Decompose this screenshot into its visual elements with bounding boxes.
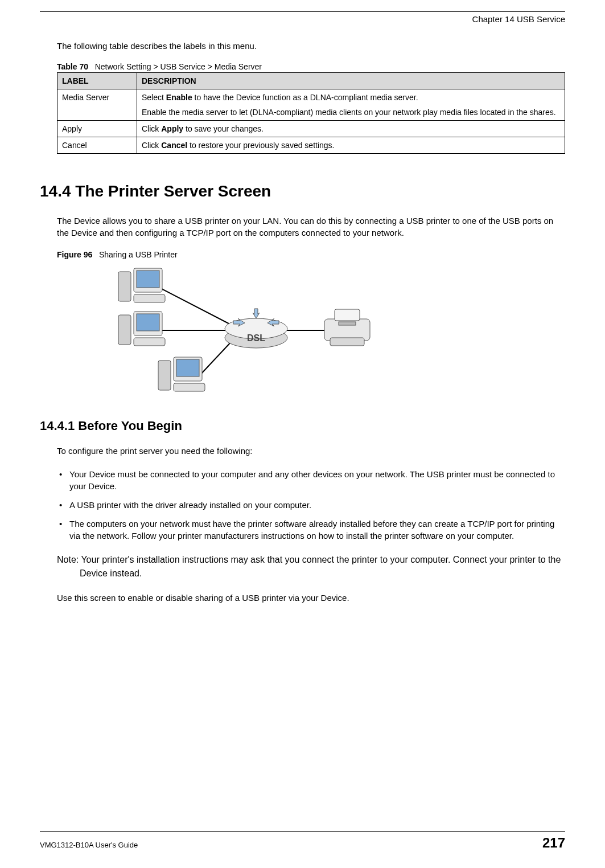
- table-caption-label: Table 70: [57, 62, 88, 71]
- th-label: LABEL: [57, 73, 137, 89]
- computer-icon: [118, 268, 165, 302]
- svg-rect-20: [330, 338, 364, 346]
- cell-label: Media Server: [57, 89, 137, 121]
- subsection-intro: To configure the print server you need t…: [57, 445, 565, 457]
- section-paragraph: The Device allows you to share a USB pri…: [57, 215, 565, 239]
- desc-bold: Enable: [166, 93, 192, 102]
- svg-rect-14: [158, 361, 171, 390]
- figure-caption-text: Sharing a USB Printer: [99, 250, 178, 259]
- desc-text: Select: [142, 93, 166, 102]
- svg-rect-13: [176, 359, 199, 376]
- note-paragraph: Note: Your printer's installation instru…: [57, 553, 565, 580]
- th-description: DESCRIPTION: [137, 73, 565, 89]
- svg-rect-21: [339, 322, 356, 325]
- svg-rect-19: [335, 309, 360, 321]
- list-item: The computers on your network must have …: [57, 518, 565, 542]
- footer-page-number: 217: [542, 835, 565, 851]
- table-row: Cancel Click Cancel to restore your prev…: [57, 137, 565, 154]
- svg-rect-11: [134, 338, 165, 346]
- desc-text: Click: [142, 124, 161, 133]
- footer-guide-name: VMG1312-B10A User's Guide: [40, 841, 138, 849]
- desc-text: Enable the media server to let (DLNA-com…: [142, 108, 560, 117]
- svg-rect-9: [137, 314, 159, 331]
- table-caption-text: Network Setting > USB Service > Media Se…: [95, 62, 262, 71]
- desc-text: to restore your previously saved setting…: [187, 141, 334, 150]
- svg-rect-5: [137, 271, 159, 288]
- closing-paragraph: Use this screen to enable or disable sha…: [57, 592, 565, 604]
- desc-text: to have the Device function as a DLNA-co…: [192, 93, 418, 102]
- computer-icon: [118, 312, 165, 346]
- section-heading: 14.4 The Printer Server Screen: [40, 182, 565, 200]
- cell-description: Select Enable to have the Device functio…: [137, 89, 565, 121]
- cell-label: Cancel: [57, 137, 137, 154]
- figure-caption: Figure 96 Sharing a USB Printer: [57, 250, 565, 259]
- printer-icon: [324, 309, 370, 346]
- page-footer: VMG1312-B10A User's Guide 217: [40, 831, 565, 851]
- desc-text: Click: [142, 141, 161, 150]
- chapter-header: Chapter 14 USB Service: [40, 14, 565, 24]
- list-item: Your Device must be connected to your co…: [57, 468, 565, 492]
- usb-printer-diagram-icon: DSL: [85, 265, 381, 396]
- desc-bold: Cancel: [161, 141, 187, 150]
- router-label: DSL: [247, 333, 265, 343]
- cell-description: Click Apply to save your changes.: [137, 121, 565, 137]
- figure-diagram: DSL: [85, 265, 381, 396]
- requirements-list: Your Device must be connected to your co…: [57, 468, 565, 542]
- table-row: Apply Click Apply to save your changes.: [57, 121, 565, 137]
- table-row: Media Server Select Enable to have the D…: [57, 89, 565, 121]
- list-item: A USB printer with the driver already in…: [57, 499, 565, 511]
- svg-rect-15: [174, 383, 205, 391]
- subsection-heading: 14.4.1 Before You Begin: [40, 419, 565, 433]
- router-icon: DSL: [225, 309, 287, 348]
- svg-rect-10: [118, 315, 131, 345]
- desc-text: to save your changes.: [183, 124, 264, 133]
- cell-label: Apply: [57, 121, 137, 137]
- svg-rect-7: [134, 294, 165, 302]
- computer-icon: [158, 357, 205, 391]
- svg-rect-6: [118, 272, 131, 301]
- table-caption: Table 70 Network Setting > USB Service >…: [57, 62, 565, 71]
- intro-paragraph: The following table describes the labels…: [57, 41, 565, 51]
- figure-caption-label: Figure 96: [57, 250, 92, 259]
- description-table: LABEL DESCRIPTION Media Server Select En…: [57, 72, 565, 154]
- cell-description: Click Cancel to restore your previously …: [137, 137, 565, 154]
- desc-bold: Apply: [161, 124, 183, 133]
